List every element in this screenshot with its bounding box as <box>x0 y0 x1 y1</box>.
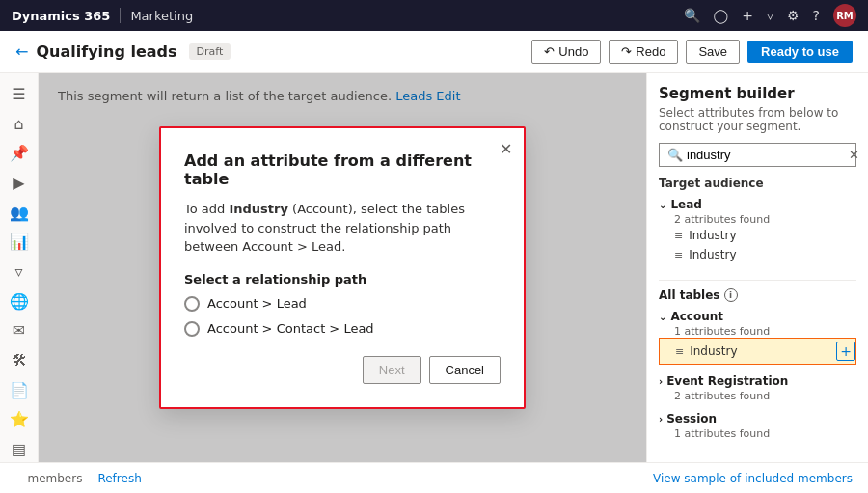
view-sample-link[interactable]: View sample of included members <box>653 472 853 485</box>
table-icon-2: ≡ <box>674 249 683 261</box>
second-navigation: ← Qualifying leads Draft ↶ Undo ↷ Redo S… <box>0 31 868 73</box>
sidebar-globe-icon[interactable]: 🌐 <box>4 288 35 315</box>
target-audience-label: Target audience <box>659 177 856 190</box>
modal-close-button[interactable]: ✕ <box>500 140 512 158</box>
bottom-bar: -- members Refresh View sample of includ… <box>0 462 868 493</box>
all-tables-label: All tables <box>659 288 720 302</box>
refresh-link[interactable]: Refresh <box>97 472 141 485</box>
sidebar-puzzle-icon[interactable]: ▤ <box>4 436 35 462</box>
event-reg-count: 2 attributes found <box>659 390 856 402</box>
lead-group: ⌄ Lead 2 attributes found ≡ Industry ≡ I… <box>659 196 856 264</box>
sidebar-star-icon[interactable]: ⭐ <box>4 407 35 433</box>
chevron-down-icon: ⌄ <box>659 200 666 210</box>
session-collapse-header[interactable]: › Session <box>659 410 856 427</box>
members-count: -- members <box>15 472 82 485</box>
module-name: Marketing <box>130 9 193 23</box>
radio-circle-1 <box>184 296 200 312</box>
avatar[interactable]: RM <box>833 4 856 27</box>
nav-actions: ↶ Undo ↷ Redo Save Ready to use <box>531 40 853 64</box>
radio-account-lead[interactable]: Account > Lead <box>184 296 501 312</box>
save-button[interactable]: Save <box>686 40 740 64</box>
relationship-path-label: Select a relationship path <box>184 272 501 287</box>
sidebar-play-icon[interactable]: ▶ <box>4 170 35 196</box>
radio-label-1: Account > Lead <box>207 296 307 311</box>
radio-circle-2 <box>184 321 200 337</box>
undo-icon: ↶ <box>544 44 555 59</box>
sidebar-funnel-icon[interactable]: ▿ <box>4 259 35 285</box>
brand-name: Dynamics 365 <box>12 9 110 23</box>
lead-collapse-header[interactable]: ⌄ Lead <box>659 196 856 213</box>
sidebar-settings2-icon[interactable]: 🛠 <box>4 347 35 373</box>
bell-icon[interactable]: ◯ <box>714 8 729 23</box>
chevron-right-event-icon: › <box>659 376 663 387</box>
cancel-button[interactable]: Cancel <box>429 356 501 384</box>
sidebar-home-icon[interactable]: ⌂ <box>4 111 35 137</box>
settings-icon[interactable]: ⚙ <box>787 8 800 23</box>
modal-footer: Next Cancel <box>184 356 501 384</box>
event-registration-group: › Event Registration 2 attributes found <box>659 372 856 402</box>
sidebar-menu-icon[interactable]: ☰ <box>4 81 35 107</box>
sidebar-email-icon[interactable]: ✉ <box>4 318 35 344</box>
session-group: › Session 1 attributes found <box>659 410 856 440</box>
left-sidebar: ☰ ⌂ 📌 ▶ 👥 📊 ▿ 🌐 ✉ 🛠 📄 ⭐ ▤ <box>0 73 39 462</box>
chevron-right-session-icon: › <box>659 414 663 425</box>
table-icon: ≡ <box>674 230 683 242</box>
account-collapse-header[interactable]: ⌄ Account <box>659 308 856 325</box>
search-icon: 🔍 <box>667 148 683 162</box>
session-count: 1 attributes found <box>659 427 856 440</box>
main-content: This segment will return a list of the t… <box>39 73 646 462</box>
sidebar-people-icon[interactable]: 👥 <box>4 200 35 226</box>
lead-industry-item-2[interactable]: ≡ Industry <box>659 245 856 264</box>
clear-search-icon[interactable]: ✕ <box>849 148 859 162</box>
top-navigation: Dynamics 365 Marketing 🔍 ◯ + ▿ ⚙ ? RM <box>0 0 868 31</box>
account-count: 1 attributes found <box>659 325 856 338</box>
lead-industry-item-1[interactable]: ≡ Industry <box>659 226 856 245</box>
modal-dialog: ✕ Add an attribute from a different tabl… <box>159 126 526 409</box>
plus-icon[interactable]: + <box>742 8 753 23</box>
search-input[interactable] <box>687 148 849 162</box>
add-industry-button[interactable]: + <box>836 342 855 361</box>
sidebar-book-icon[interactable]: 📄 <box>4 377 35 403</box>
event-reg-label: Event Registration <box>666 374 788 388</box>
account-industry-item[interactable]: ≡ Industry + <box>659 338 856 365</box>
search-box: 🔍 ✕ <box>659 143 856 167</box>
account-group: ⌄ Account 1 attributes found ≡ Industry … <box>659 308 856 365</box>
back-button[interactable]: ← <box>15 42 28 61</box>
all-tables-header: All tables i <box>659 288 856 302</box>
panel-title: Segment builder <box>659 85 856 102</box>
modal-title: Add an attribute from a different table <box>184 151 501 188</box>
info-icon[interactable]: i <box>724 288 738 302</box>
chevron-down-account-icon: ⌄ <box>659 312 666 322</box>
panel-description: Select attributes from below to construc… <box>659 106 856 133</box>
undo-button[interactable]: ↶ Undo <box>531 40 601 64</box>
lead-count: 2 attributes found <box>659 213 856 226</box>
draft-badge: Draft <box>189 43 231 60</box>
redo-icon: ↷ <box>621 44 632 59</box>
table-icon-account: ≡ <box>675 345 684 358</box>
top-nav-icons: 🔍 ◯ + ▿ ⚙ ? RM <box>684 4 856 27</box>
ready-to-use-button[interactable]: Ready to use <box>747 41 853 63</box>
page-title: Qualifying leads <box>36 42 176 61</box>
radio-label-2: Account > Contact > Lead <box>207 321 374 336</box>
account-group-label: Account <box>670 310 723 323</box>
search-icon[interactable]: 🔍 <box>684 8 700 23</box>
session-label: Session <box>666 412 717 425</box>
event-reg-collapse-header[interactable]: › Event Registration <box>659 372 856 390</box>
next-button[interactable]: Next <box>363 356 421 384</box>
radio-account-contact-lead[interactable]: Account > Contact > Lead <box>184 321 501 337</box>
lead-group-label: Lead <box>670 198 701 211</box>
right-panel: Segment builder Select attributes from b… <box>646 73 868 462</box>
filter-icon[interactable]: ▿ <box>767 8 773 23</box>
modal-overlay: ✕ Add an attribute from a different tabl… <box>39 73 646 462</box>
sidebar-pin-icon[interactable]: 📌 <box>4 140 35 166</box>
sidebar-chart-icon[interactable]: 📊 <box>4 229 35 255</box>
help-icon[interactable]: ? <box>813 8 820 23</box>
modal-description: To add Industry (Account), select the ta… <box>184 200 501 257</box>
section-divider <box>659 280 856 281</box>
nav-divider <box>120 8 121 23</box>
redo-button[interactable]: ↷ Redo <box>609 40 678 64</box>
app-layout: ☰ ⌂ 📌 ▶ 👥 📊 ▿ 🌐 ✉ 🛠 📄 ⭐ ▤ This segment w… <box>0 73 868 462</box>
